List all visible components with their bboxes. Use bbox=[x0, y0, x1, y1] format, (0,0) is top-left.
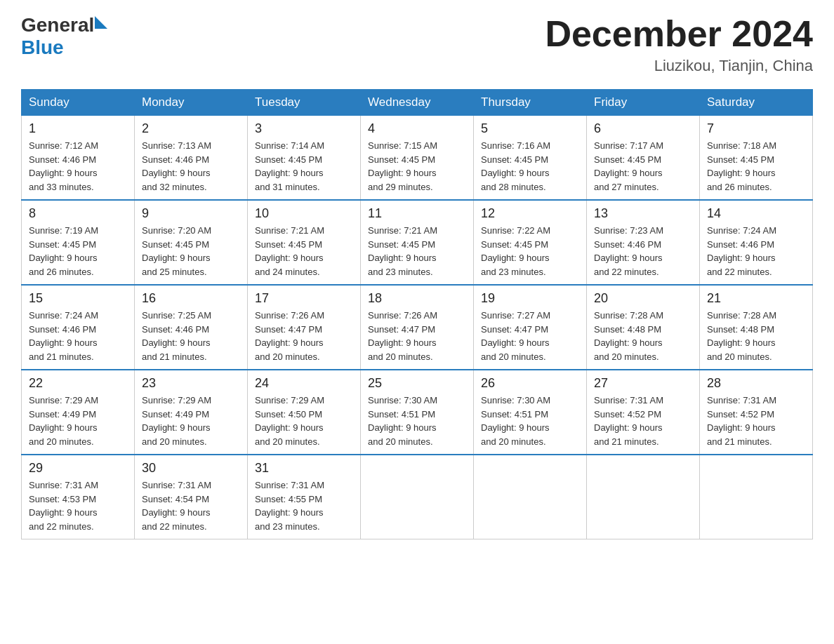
title-block: December 2024 Liuzikou, Tianjin, China bbox=[545, 14, 813, 75]
day-number: 13 bbox=[594, 206, 692, 221]
calendar-cell: 10 Sunrise: 7:21 AM Sunset: 4:45 PM Dayl… bbox=[248, 200, 361, 285]
logo-blue: Blue bbox=[21, 36, 64, 59]
day-number: 22 bbox=[29, 376, 127, 391]
day-number: 12 bbox=[481, 206, 579, 221]
weekday-header-tuesday: Tuesday bbox=[248, 90, 361, 116]
day-number: 26 bbox=[481, 376, 579, 391]
calendar-cell: 16 Sunrise: 7:25 AM Sunset: 4:46 PM Dayl… bbox=[135, 285, 248, 370]
day-info: Sunrise: 7:23 AM Sunset: 4:46 PM Dayligh… bbox=[594, 224, 692, 279]
day-number: 2 bbox=[142, 121, 240, 136]
day-number: 25 bbox=[368, 376, 466, 391]
calendar-cell: 18 Sunrise: 7:26 AM Sunset: 4:47 PM Dayl… bbox=[361, 285, 474, 370]
day-info: Sunrise: 7:28 AM Sunset: 4:48 PM Dayligh… bbox=[594, 309, 692, 363]
day-info: Sunrise: 7:21 AM Sunset: 4:45 PM Dayligh… bbox=[255, 224, 353, 279]
calendar-cell: 2 Sunrise: 7:13 AM Sunset: 4:46 PM Dayli… bbox=[135, 116, 248, 201]
day-info: Sunrise: 7:29 AM Sunset: 4:50 PM Dayligh… bbox=[255, 394, 353, 448]
calendar-cell bbox=[700, 455, 813, 539]
day-info: Sunrise: 7:24 AM Sunset: 4:46 PM Dayligh… bbox=[707, 224, 805, 279]
day-info: Sunrise: 7:26 AM Sunset: 4:47 PM Dayligh… bbox=[255, 309, 353, 363]
calendar-cell: 6 Sunrise: 7:17 AM Sunset: 4:45 PM Dayli… bbox=[587, 116, 700, 201]
calendar-cell: 27 Sunrise: 7:31 AM Sunset: 4:52 PM Dayl… bbox=[587, 370, 700, 455]
day-info: Sunrise: 7:25 AM Sunset: 4:46 PM Dayligh… bbox=[142, 309, 240, 363]
day-number: 9 bbox=[142, 206, 240, 221]
day-info: Sunrise: 7:30 AM Sunset: 4:51 PM Dayligh… bbox=[368, 394, 466, 448]
day-info: Sunrise: 7:30 AM Sunset: 4:51 PM Dayligh… bbox=[481, 394, 579, 448]
day-number: 27 bbox=[594, 376, 692, 391]
day-number: 4 bbox=[368, 121, 466, 136]
day-number: 15 bbox=[29, 291, 127, 306]
calendar-week-row: 1 Sunrise: 7:12 AM Sunset: 4:46 PM Dayli… bbox=[22, 116, 813, 201]
day-number: 5 bbox=[481, 121, 579, 136]
location: Liuzikou, Tianjin, China bbox=[545, 57, 813, 75]
day-info: Sunrise: 7:28 AM Sunset: 4:48 PM Dayligh… bbox=[707, 309, 805, 363]
page-header: General Blue December 2024 Liuzikou, Tia… bbox=[21, 14, 813, 75]
calendar-cell: 8 Sunrise: 7:19 AM Sunset: 4:45 PM Dayli… bbox=[22, 200, 135, 285]
day-number: 30 bbox=[142, 461, 240, 476]
calendar-cell: 29 Sunrise: 7:31 AM Sunset: 4:53 PM Dayl… bbox=[22, 455, 135, 539]
calendar-cell: 22 Sunrise: 7:29 AM Sunset: 4:49 PM Dayl… bbox=[22, 370, 135, 455]
logo-arrow-icon bbox=[95, 16, 107, 29]
calendar-week-row: 22 Sunrise: 7:29 AM Sunset: 4:49 PM Dayl… bbox=[22, 370, 813, 455]
day-info: Sunrise: 7:26 AM Sunset: 4:47 PM Dayligh… bbox=[368, 309, 466, 363]
day-number: 18 bbox=[368, 291, 466, 306]
day-number: 3 bbox=[255, 121, 353, 136]
calendar-week-row: 8 Sunrise: 7:19 AM Sunset: 4:45 PM Dayli… bbox=[22, 200, 813, 285]
calendar-cell: 19 Sunrise: 7:27 AM Sunset: 4:47 PM Dayl… bbox=[474, 285, 587, 370]
day-info: Sunrise: 7:20 AM Sunset: 4:45 PM Dayligh… bbox=[142, 224, 240, 279]
day-info: Sunrise: 7:31 AM Sunset: 4:55 PM Dayligh… bbox=[255, 478, 353, 533]
day-number: 17 bbox=[255, 291, 353, 306]
calendar-week-row: 15 Sunrise: 7:24 AM Sunset: 4:46 PM Dayl… bbox=[22, 285, 813, 370]
weekday-header-friday: Friday bbox=[587, 90, 700, 116]
day-info: Sunrise: 7:27 AM Sunset: 4:47 PM Dayligh… bbox=[481, 309, 579, 363]
day-number: 8 bbox=[29, 206, 127, 221]
day-number: 23 bbox=[142, 376, 240, 391]
calendar-cell: 23 Sunrise: 7:29 AM Sunset: 4:49 PM Dayl… bbox=[135, 370, 248, 455]
weekday-header-wednesday: Wednesday bbox=[361, 90, 474, 116]
day-info: Sunrise: 7:12 AM Sunset: 4:46 PM Dayligh… bbox=[29, 139, 127, 194]
calendar-cell: 12 Sunrise: 7:22 AM Sunset: 4:45 PM Dayl… bbox=[474, 200, 587, 285]
calendar-cell: 5 Sunrise: 7:16 AM Sunset: 4:45 PM Dayli… bbox=[474, 116, 587, 201]
calendar-cell: 3 Sunrise: 7:14 AM Sunset: 4:45 PM Dayli… bbox=[248, 116, 361, 201]
day-number: 14 bbox=[707, 206, 805, 221]
day-info: Sunrise: 7:14 AM Sunset: 4:45 PM Dayligh… bbox=[255, 139, 353, 194]
day-number: 31 bbox=[255, 461, 353, 476]
day-number: 24 bbox=[255, 376, 353, 391]
day-number: 6 bbox=[594, 121, 692, 136]
calendar-cell: 13 Sunrise: 7:23 AM Sunset: 4:46 PM Dayl… bbox=[587, 200, 700, 285]
day-number: 21 bbox=[707, 291, 805, 306]
month-title: December 2024 bbox=[545, 14, 813, 54]
day-info: Sunrise: 7:15 AM Sunset: 4:45 PM Dayligh… bbox=[368, 139, 466, 194]
day-number: 1 bbox=[29, 121, 127, 136]
day-info: Sunrise: 7:16 AM Sunset: 4:45 PM Dayligh… bbox=[481, 139, 579, 194]
day-info: Sunrise: 7:31 AM Sunset: 4:53 PM Dayligh… bbox=[29, 478, 127, 533]
calendar-cell bbox=[474, 455, 587, 539]
weekday-header-sunday: Sunday bbox=[22, 90, 135, 116]
day-number: 29 bbox=[29, 461, 127, 476]
calendar-cell: 21 Sunrise: 7:28 AM Sunset: 4:48 PM Dayl… bbox=[700, 285, 813, 370]
day-number: 28 bbox=[707, 376, 805, 391]
calendar-cell: 7 Sunrise: 7:18 AM Sunset: 4:45 PM Dayli… bbox=[700, 116, 813, 201]
weekday-header-saturday: Saturday bbox=[700, 90, 813, 116]
day-info: Sunrise: 7:29 AM Sunset: 4:49 PM Dayligh… bbox=[29, 394, 127, 448]
day-number: 20 bbox=[594, 291, 692, 306]
calendar-cell: 25 Sunrise: 7:30 AM Sunset: 4:51 PM Dayl… bbox=[361, 370, 474, 455]
calendar-cell: 4 Sunrise: 7:15 AM Sunset: 4:45 PM Dayli… bbox=[361, 116, 474, 201]
calendar-cell: 31 Sunrise: 7:31 AM Sunset: 4:55 PM Dayl… bbox=[248, 455, 361, 539]
day-number: 11 bbox=[368, 206, 466, 221]
day-info: Sunrise: 7:31 AM Sunset: 4:52 PM Dayligh… bbox=[594, 394, 692, 448]
day-number: 10 bbox=[255, 206, 353, 221]
calendar-cell: 20 Sunrise: 7:28 AM Sunset: 4:48 PM Dayl… bbox=[587, 285, 700, 370]
calendar-cell: 24 Sunrise: 7:29 AM Sunset: 4:50 PM Dayl… bbox=[248, 370, 361, 455]
calendar-cell: 26 Sunrise: 7:30 AM Sunset: 4:51 PM Dayl… bbox=[474, 370, 587, 455]
calendar-header-row: SundayMondayTuesdayWednesdayThursdayFrid… bbox=[22, 90, 813, 116]
day-info: Sunrise: 7:31 AM Sunset: 4:54 PM Dayligh… bbox=[142, 478, 240, 533]
calendar-cell: 14 Sunrise: 7:24 AM Sunset: 4:46 PM Dayl… bbox=[700, 200, 813, 285]
logo-general: General bbox=[21, 14, 94, 36]
calendar-table: SundayMondayTuesdayWednesdayThursdayFrid… bbox=[21, 89, 813, 539]
calendar-cell bbox=[361, 455, 474, 539]
calendar-cell: 15 Sunrise: 7:24 AM Sunset: 4:46 PM Dayl… bbox=[22, 285, 135, 370]
day-info: Sunrise: 7:22 AM Sunset: 4:45 PM Dayligh… bbox=[481, 224, 579, 279]
day-number: 16 bbox=[142, 291, 240, 306]
day-number: 7 bbox=[707, 121, 805, 136]
day-info: Sunrise: 7:31 AM Sunset: 4:52 PM Dayligh… bbox=[707, 394, 805, 448]
